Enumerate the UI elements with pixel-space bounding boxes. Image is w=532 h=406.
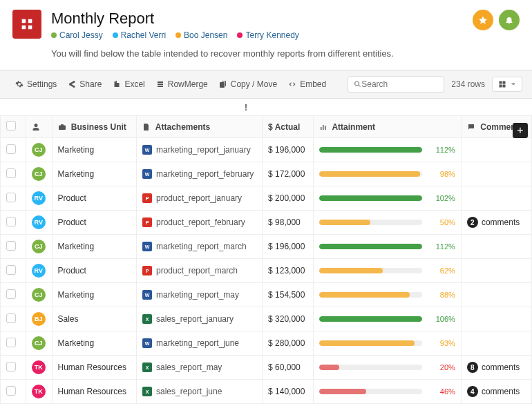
attachment-cell[interactable]: Pproduct_report_february [136, 211, 262, 235]
table-row[interactable]: CJMarketingWmarketing_report_may$ 154,50… [1, 283, 532, 307]
attainment-cell[interactable]: 50% [313, 211, 461, 235]
actual-cell[interactable]: $ 60,000 [263, 356, 313, 380]
row-checkbox[interactable] [6, 338, 16, 347]
business-unit-cell[interactable]: Human Resources [52, 356, 136, 380]
row-checkbox[interactable] [6, 289, 16, 299]
attachments-header[interactable]: Attachements [136, 116, 262, 138]
attainment-cell[interactable]: 112% [313, 235, 461, 259]
notifications-button[interactable] [499, 10, 520, 30]
attainment-cell[interactable]: 46% [313, 380, 461, 404]
favorite-button[interactable] [473, 10, 493, 30]
attainment-cell[interactable]: 93% [313, 331, 461, 356]
collaborator[interactable]: Carol Jessy [51, 30, 103, 40]
select-all-header[interactable] [1, 116, 26, 138]
attachment-cell[interactable]: Wmarketing_report_may [136, 283, 262, 307]
table-row[interactable]: CJMarketingWmarketing_report_june$ 280,0… [1, 331, 532, 356]
rowmerge-button[interactable]: RowMerge [151, 77, 213, 92]
comments-cell[interactable] [461, 186, 531, 211]
row-checkbox[interactable] [6, 193, 16, 202]
actual-header[interactable]: $ Actual [263, 116, 313, 138]
actual-cell[interactable]: $ 123,000 [263, 259, 313, 283]
table-row[interactable]: TKHuman ResourcesXsales_report_june$ 140… [1, 380, 532, 404]
business-unit-header[interactable]: Business Unit [52, 116, 136, 138]
attachment-cell[interactable]: Wmarketing_report_march [136, 235, 262, 259]
comments-cell[interactable]: 2comments [461, 211, 531, 235]
actual-cell[interactable]: $ 172,000 [263, 162, 313, 186]
actual-cell[interactable]: $ 320,000 [263, 307, 313, 331]
attainment-cell[interactable]: 112% [313, 138, 461, 162]
view-switcher[interactable] [492, 77, 522, 92]
comments-cell[interactable] [461, 283, 531, 307]
table-row[interactable]: TKHuman ResourcesXsales_report_may$ 60,0… [1, 356, 532, 380]
attainment-header[interactable]: Attainment [313, 116, 461, 138]
actual-cell[interactable]: $ 140,000 [263, 380, 313, 404]
search-box[interactable] [348, 76, 444, 93]
attainment-cell[interactable]: 20% [313, 356, 461, 380]
actual-cell[interactable]: $ 196,000 [263, 138, 313, 162]
actual-cell[interactable]: $ 196,000 [263, 235, 313, 259]
row-checkbox[interactable] [6, 313, 16, 323]
settings-button[interactable]: Settings [10, 77, 62, 92]
business-unit-cell[interactable]: Sales [52, 307, 136, 331]
row-checkbox[interactable] [6, 265, 16, 275]
table-row[interactable]: CJMarketingWmarketing_report_march$ 196,… [1, 235, 532, 259]
attachment-cell[interactable]: Wmarketing_report_january [136, 138, 262, 162]
actual-cell[interactable]: $ 98,000 [263, 211, 313, 235]
table-row[interactable]: BJSalesXsales_report_january$ 320,000106… [1, 307, 532, 331]
business-unit-cell[interactable]: Human Resources [52, 380, 136, 404]
comments-cell[interactable] [461, 259, 531, 283]
collaborator[interactable]: Rachel Verri [113, 30, 166, 40]
share-button[interactable]: Share [62, 77, 107, 92]
attachment-cell[interactable]: Pproduct_report_january [136, 186, 262, 211]
table-row[interactable]: RVProductPproduct_report_march$ 123,0006… [1, 259, 532, 283]
business-unit-cell[interactable]: Marketing [52, 138, 136, 162]
attainment-cell[interactable]: 98% [313, 162, 461, 186]
add-column-button[interactable]: + [513, 123, 528, 138]
attainment-cell[interactable]: 88% [313, 283, 461, 307]
collaborator[interactable]: Boo Jensen [175, 30, 227, 40]
business-unit-cell[interactable]: Product [52, 211, 136, 235]
row-checkbox[interactable] [6, 362, 16, 371]
copy-move-button[interactable]: Copy / Move [213, 77, 283, 92]
actual-cell[interactable]: $ 200,000 [263, 186, 313, 211]
attachment-cell[interactable]: Xsales_report_may [136, 356, 262, 380]
comments-cell[interactable]: 8comments [461, 356, 531, 380]
attachment-cell[interactable]: Wmarketing_report_february [136, 162, 262, 186]
table-row[interactable]: CJMarketingWmarketing_report_january$ 19… [1, 138, 532, 162]
actual-cell[interactable]: $ 280,000 [263, 331, 313, 356]
actual-cell[interactable]: $ 154,500 [263, 283, 313, 307]
row-checkbox[interactable] [6, 144, 16, 154]
business-unit-cell[interactable]: Product [52, 186, 136, 211]
business-unit-cell[interactable]: Marketing [52, 235, 136, 259]
attachment-cell[interactable]: Wmarketing_report_june [136, 331, 262, 356]
table-row[interactable]: RVProductPproduct_report_january$ 200,00… [1, 186, 532, 211]
table-row[interactable]: RVProductPproduct_report_february$ 98,00… [1, 211, 532, 235]
comments-cell[interactable] [461, 138, 531, 162]
table-row[interactable]: CJMarketingWmarketing_report_february$ 1… [1, 162, 532, 186]
business-unit-cell[interactable]: Product [52, 259, 136, 283]
attachment-cell[interactable]: Xsales_report_june [136, 380, 262, 404]
comments-cell[interactable] [461, 307, 531, 331]
business-unit-cell[interactable]: Marketing [52, 331, 136, 356]
embed-button[interactable]: Embed [283, 77, 332, 92]
business-unit-cell[interactable]: Marketing [52, 283, 136, 307]
attachment-cell[interactable]: Pproduct_report_march [136, 259, 262, 283]
collaborator[interactable]: Terry Kennedy [237, 30, 298, 40]
attachment-cell[interactable]: Xsales_report_january [136, 307, 262, 331]
grid-icon [498, 80, 506, 88]
comments-cell[interactable]: 4comments [461, 380, 531, 404]
excel-button[interactable]: Excel [107, 77, 150, 92]
search-input[interactable] [361, 79, 438, 89]
comments-cell[interactable] [461, 331, 531, 356]
row-checkbox[interactable] [6, 168, 16, 178]
comments-cell[interactable] [461, 235, 531, 259]
row-checkbox[interactable] [6, 241, 16, 251]
attainment-percent: 102% [428, 194, 455, 202]
comments-cell[interactable] [461, 162, 531, 186]
attainment-cell[interactable]: 62% [313, 259, 461, 283]
attainment-cell[interactable]: 106% [313, 307, 461, 331]
row-checkbox[interactable] [6, 386, 16, 396]
row-checkbox[interactable] [6, 217, 16, 226]
attainment-cell[interactable]: 102% [313, 186, 461, 211]
business-unit-cell[interactable]: Marketing [52, 162, 136, 186]
